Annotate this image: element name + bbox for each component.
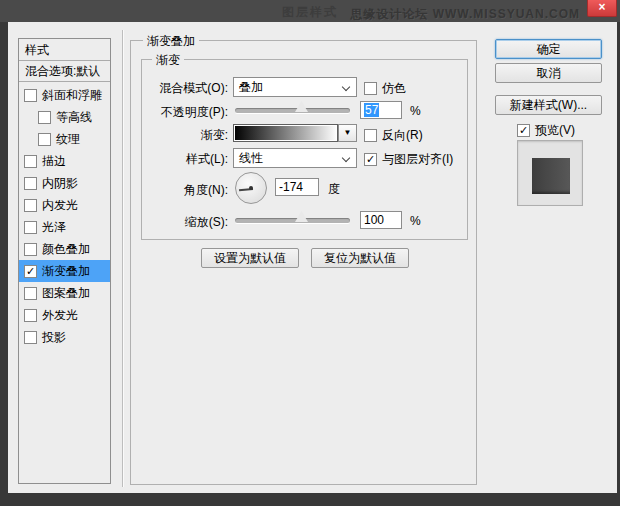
blend-mode-value: 叠加 bbox=[239, 80, 263, 94]
dither-checkbox[interactable] bbox=[364, 82, 377, 95]
opacity-slider[interactable] bbox=[235, 108, 350, 113]
style-label: 样式(L): bbox=[142, 151, 228, 168]
contour-checkbox[interactable] bbox=[38, 111, 51, 124]
sidebar-item-blending-options[interactable]: 混合选项:默认 bbox=[19, 61, 110, 82]
sidebar-item-label: 光泽 bbox=[42, 219, 66, 236]
stroke-checkbox[interactable] bbox=[24, 155, 37, 168]
close-button[interactable]: × bbox=[587, 0, 617, 17]
angle-input[interactable]: -174 bbox=[275, 178, 319, 196]
reverse-checkbox-row[interactable]: 反向(R) bbox=[364, 127, 423, 144]
style-value: 线性 bbox=[239, 151, 263, 165]
pattern-overlay-checkbox[interactable] bbox=[24, 287, 37, 300]
sidebar-item-satin[interactable]: 光泽 bbox=[19, 216, 110, 238]
check-mark: ✓ bbox=[26, 266, 35, 277]
sidebar-item-outer-glow[interactable]: 外发光 bbox=[19, 304, 110, 326]
panel-divider bbox=[122, 30, 123, 487]
preview-checkbox-row[interactable]: ✓ 预览(V) bbox=[517, 122, 575, 139]
scale-slider[interactable] bbox=[235, 218, 350, 223]
bevel-and-emboss-checkbox[interactable] bbox=[24, 89, 37, 102]
title-bar[interactable]: 图层样式 思缘设计论坛 WWW.MISSYUAN.COM × bbox=[0, 0, 620, 22]
subgroup-title: 渐变 bbox=[152, 52, 184, 69]
close-icon: × bbox=[598, 0, 605, 14]
preview-label: 预览(V) bbox=[535, 122, 575, 139]
sidebar-item-contour[interactable]: 等高线 bbox=[19, 106, 110, 128]
scale-value: 100 bbox=[364, 213, 384, 227]
reverse-label: 反向(R) bbox=[382, 127, 423, 144]
cancel-button[interactable]: 取消 bbox=[495, 63, 602, 83]
sidebar-item-label: 颜色叠加 bbox=[42, 241, 90, 258]
sidebar-item-gradient-overlay[interactable]: ✓ 渐变叠加 bbox=[19, 260, 110, 282]
inner-glow-checkbox[interactable] bbox=[24, 199, 37, 212]
color-overlay-checkbox[interactable] bbox=[24, 243, 37, 256]
sidebar-item-label: 斜面和浮雕 bbox=[42, 87, 102, 104]
sidebar-item-label: 内发光 bbox=[42, 197, 78, 214]
new-style-button[interactable]: 新建样式(W)... bbox=[495, 95, 602, 115]
sidebar-item-label: 外发光 bbox=[42, 307, 78, 324]
blend-mode-label: 混合模式(O): bbox=[142, 80, 228, 97]
sidebar-item-label: 纹理 bbox=[56, 131, 80, 148]
drop-shadow-checkbox[interactable] bbox=[24, 331, 37, 344]
reset-default-button[interactable]: 复位为默认值 bbox=[311, 248, 409, 268]
sidebar-item-color-overlay[interactable]: 颜色叠加 bbox=[19, 238, 110, 260]
angle-label: 角度(N): bbox=[142, 182, 228, 199]
chevron-down-icon bbox=[342, 154, 350, 162]
gradient-overlay-group: 渐变叠加 渐变 混合模式(O): 叠加 仿色 不透明度(P): 57 % bbox=[130, 40, 477, 485]
reverse-checkbox[interactable] bbox=[364, 129, 377, 142]
dither-checkbox-row[interactable]: 仿色 bbox=[364, 80, 406, 97]
scale-slider-thumb[interactable] bbox=[295, 211, 308, 222]
scale-input[interactable]: 100 bbox=[360, 211, 402, 229]
sidebar-item-label: 图案叠加 bbox=[42, 285, 90, 302]
styles-header: 样式 bbox=[19, 39, 110, 61]
scale-label: 缩放(S): bbox=[142, 214, 228, 231]
styles-items: 斜面和浮雕 等高线 纹理 描边 内阴影 内发光 bbox=[19, 82, 110, 348]
preview-checkbox[interactable]: ✓ bbox=[517, 124, 530, 137]
chevron-down-icon bbox=[342, 83, 350, 91]
align-checkbox-row[interactable]: ✓ 与图层对齐(I) bbox=[364, 151, 453, 168]
opacity-value: 57 bbox=[364, 103, 379, 117]
preview-gradient-swatch bbox=[532, 158, 570, 194]
sidebar-item-label: 投影 bbox=[42, 329, 66, 346]
angle-dial[interactable] bbox=[235, 172, 267, 204]
check-mark: ✓ bbox=[366, 154, 375, 165]
sidebar-item-inner-shadow[interactable]: 内阴影 bbox=[19, 172, 110, 194]
check-mark: ✓ bbox=[519, 125, 528, 136]
gradient-swatch[interactable] bbox=[233, 124, 338, 142]
inner-shadow-checkbox[interactable] bbox=[24, 177, 37, 190]
outer-glow-checkbox[interactable] bbox=[24, 309, 37, 322]
texture-checkbox[interactable] bbox=[38, 133, 51, 146]
sidebar-item-label: 渐变叠加 bbox=[42, 263, 90, 280]
opacity-slider-thumb[interactable] bbox=[295, 101, 308, 112]
sidebar-item-label: 描边 bbox=[42, 153, 66, 170]
blend-mode-select[interactable]: 叠加 bbox=[233, 77, 357, 97]
align-with-layer-checkbox[interactable]: ✓ bbox=[364, 153, 377, 166]
triangle-down-icon: ▼ bbox=[344, 128, 352, 137]
style-select[interactable]: 线性 bbox=[233, 148, 357, 168]
opacity-input[interactable]: 57 bbox=[360, 101, 402, 119]
gradient-label: 渐变: bbox=[142, 127, 228, 144]
align-with-layer-label: 与图层对齐(I) bbox=[382, 151, 453, 168]
sidebar-item-bevel-and-emboss[interactable]: 斜面和浮雕 bbox=[19, 84, 110, 106]
sidebar-item-inner-glow[interactable]: 内发光 bbox=[19, 194, 110, 216]
styles-list: 样式 混合选项:默认 斜面和浮雕 等高线 纹理 描边 内阴影 bbox=[18, 38, 111, 484]
opacity-label: 不透明度(P): bbox=[142, 104, 228, 121]
watermark-text: 思缘设计论坛 WWW.MISSYUAN.COM bbox=[350, 6, 580, 23]
sidebar-item-texture[interactable]: 纹理 bbox=[19, 128, 110, 150]
angle-value: -174 bbox=[279, 180, 303, 194]
sidebar-item-label: 内阴影 bbox=[42, 175, 78, 192]
sidebar-item-stroke[interactable]: 描边 bbox=[19, 150, 110, 172]
sidebar-item-label: 等高线 bbox=[56, 109, 92, 126]
set-default-button[interactable]: 设置为默认值 bbox=[201, 248, 299, 268]
opacity-unit: % bbox=[410, 104, 421, 118]
gradient-picker-button[interactable]: ▼ bbox=[338, 124, 357, 142]
gradient-subgroup: 渐变 混合模式(O): 叠加 仿色 不透明度(P): 57 % 渐变: bbox=[141, 59, 468, 240]
scale-unit: % bbox=[410, 214, 421, 228]
sidebar-item-pattern-overlay[interactable]: 图案叠加 bbox=[19, 282, 110, 304]
layer-style-dialog: 样式 混合选项:默认 斜面和浮雕 等高线 纹理 描边 内阴影 bbox=[8, 22, 617, 493]
gradient-overlay-checkbox[interactable]: ✓ bbox=[24, 265, 37, 278]
dither-label: 仿色 bbox=[382, 80, 406, 97]
angle-dial-center bbox=[249, 186, 253, 190]
sidebar-item-drop-shadow[interactable]: 投影 bbox=[19, 326, 110, 348]
ok-button[interactable]: 确定 bbox=[495, 39, 602, 59]
preview-thumbnail bbox=[517, 140, 583, 206]
satin-checkbox[interactable] bbox=[24, 221, 37, 234]
